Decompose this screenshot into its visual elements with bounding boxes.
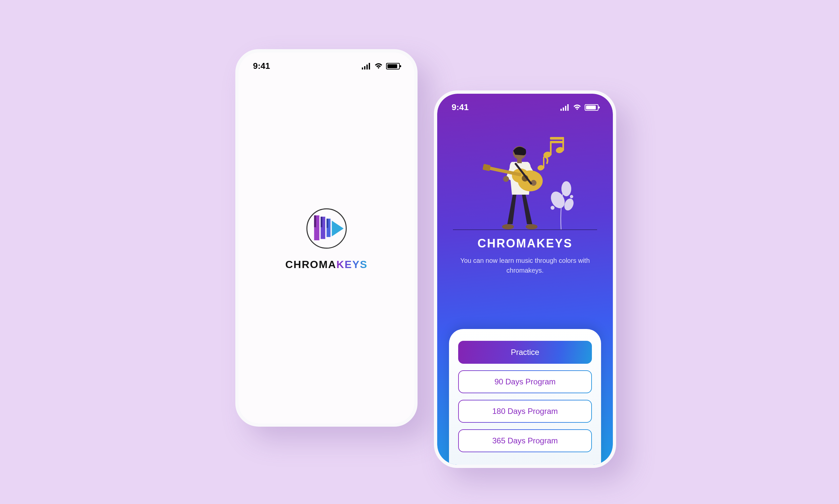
svg-rect-6 <box>321 217 322 227</box>
logo-mark-icon <box>300 202 353 255</box>
status-time: 9:41 <box>253 61 270 71</box>
wifi-icon <box>374 63 383 70</box>
status-time: 9:41 <box>452 102 469 112</box>
svg-rect-3 <box>369 63 370 70</box>
logo-text-keys: KEYS <box>336 258 368 270</box>
svg-point-24 <box>570 195 573 198</box>
svg-rect-8 <box>560 109 562 111</box>
phone-mockup-splash: 9:41 <box>235 49 417 427</box>
svg-rect-5 <box>314 215 316 227</box>
hero-section: CHROMAKEYS You can now learn music throu… <box>437 132 613 275</box>
logo-text: CHROMAKEYS <box>285 258 368 271</box>
svg-rect-11 <box>567 104 569 111</box>
wifi-icon <box>573 104 582 111</box>
program-90-label: 90 Days Program <box>495 377 556 386</box>
program-365-button[interactable]: 365 Days Program <box>458 429 592 452</box>
svg-point-23 <box>551 206 554 210</box>
program-90-button[interactable]: 90 Days Program <box>458 370 592 393</box>
svg-point-26 <box>526 224 537 229</box>
app-title: CHROMAKEYS <box>437 237 613 250</box>
svg-rect-0 <box>362 68 363 70</box>
svg-rect-31 <box>482 164 490 171</box>
program-180-label: 180 Days Program <box>492 407 558 416</box>
svg-rect-10 <box>565 106 566 111</box>
svg-rect-13 <box>550 142 552 155</box>
app-logo: CHROMAKEYS <box>285 202 368 271</box>
signal-icon <box>560 104 570 111</box>
svg-rect-17 <box>550 141 564 143</box>
svg-rect-16 <box>550 137 564 140</box>
home-screen: 9:41 <box>437 94 613 465</box>
status-indicators <box>560 104 599 111</box>
musician-illustration <box>466 132 584 230</box>
svg-rect-9 <box>563 107 564 111</box>
status-bar: 9:41 <box>437 102 613 112</box>
app-subtitle: You can now learn music through colors w… <box>456 256 594 275</box>
svg-rect-1 <box>364 66 365 70</box>
logo-text-chroma: CHROMA <box>285 258 336 270</box>
ground-line <box>453 229 597 230</box>
program-panel: Practice 90 Days Program 180 Days Progra… <box>449 329 601 465</box>
svg-rect-7 <box>326 219 328 228</box>
splash-screen: 9:41 <box>238 52 414 424</box>
svg-point-22 <box>563 198 575 211</box>
battery-icon <box>585 104 599 111</box>
battery-icon <box>386 63 400 70</box>
svg-rect-2 <box>367 65 368 70</box>
svg-point-20 <box>562 182 571 196</box>
status-bar: 9:41 <box>238 61 414 71</box>
status-indicators <box>362 63 400 70</box>
svg-rect-19 <box>543 157 545 168</box>
signal-icon <box>362 63 371 70</box>
svg-point-25 <box>502 224 514 229</box>
phone-mockup-home: 9:41 <box>434 90 616 468</box>
svg-point-32 <box>503 176 509 182</box>
practice-button-label: Practice <box>511 348 539 357</box>
program-365-label: 365 Days Program <box>492 436 558 445</box>
practice-button[interactable]: Practice <box>458 341 592 364</box>
program-180-button[interactable]: 180 Days Program <box>458 400 592 423</box>
